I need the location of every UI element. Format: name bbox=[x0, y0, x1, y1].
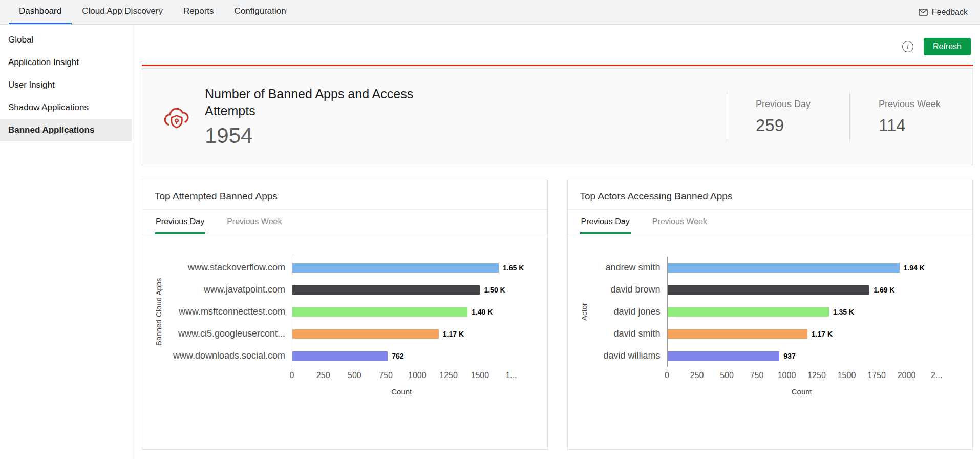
sidebar-item-application-insight[interactable]: Application Insight bbox=[0, 51, 132, 74]
tab-reports[interactable]: Reports bbox=[173, 0, 224, 24]
bar-value-label: 1.17 K bbox=[443, 330, 464, 338]
summary-total-value: 1954 bbox=[205, 123, 440, 148]
sidebar-item-user-insight[interactable]: User Insight bbox=[0, 74, 132, 96]
bar-value-label: 1.35 K bbox=[833, 308, 854, 316]
x-tick-label: 1500 bbox=[471, 371, 489, 380]
bar-row: 1.40 K bbox=[292, 301, 512, 323]
bar-chart-actors: Actor andrew smithdavid browndavid jones… bbox=[577, 257, 961, 396]
bar-row: 1.94 K bbox=[668, 257, 937, 279]
feedback-button[interactable]: Feedback bbox=[919, 0, 968, 24]
category-labels: andrew smithdavid browndavid jonesdavid … bbox=[590, 257, 667, 396]
bar-value-label: 1.65 K bbox=[503, 264, 524, 272]
card-title: Top Attempted Banned Apps bbox=[142, 180, 547, 210]
bar[interactable] bbox=[668, 285, 870, 295]
stat-value: 259 bbox=[756, 116, 825, 135]
x-tick-label: 0 bbox=[290, 371, 294, 380]
x-tick-label: 1250 bbox=[439, 371, 458, 380]
tab-previous-week[interactable]: Previous Week bbox=[651, 210, 708, 234]
x-tick-label: 250 bbox=[316, 371, 330, 380]
bar-value-label: 937 bbox=[783, 352, 795, 360]
category-label: david brown bbox=[590, 279, 667, 301]
category-label: andrew smith bbox=[590, 257, 667, 279]
x-tick-label: 2000 bbox=[898, 371, 916, 380]
top-navigation-bar: Dashboard Cloud App Discovery Reports Co… bbox=[0, 0, 980, 25]
tab-previous-day[interactable]: Previous Day bbox=[580, 210, 631, 234]
card-top-actors-accessing-banned-apps: Top Actors Accessing Banned Apps Previou… bbox=[567, 180, 973, 450]
bar[interactable] bbox=[668, 263, 900, 273]
x-axis-title: Count bbox=[667, 387, 937, 396]
bar-chart-banned-apps: Banned Cloud Apps www.stackoverflow.comw… bbox=[152, 257, 535, 396]
sidebar-item-global[interactable]: Global bbox=[0, 29, 132, 51]
summary-title: Number of Banned Apps and Access Attempt… bbox=[205, 86, 440, 119]
category-label: www.javatpoint.com bbox=[165, 279, 292, 301]
bar-value-label: 1.40 K bbox=[472, 308, 493, 316]
summary-card: Number of Banned Apps and Access Attempt… bbox=[142, 68, 973, 165]
bar[interactable] bbox=[292, 263, 499, 273]
bar-value-label: 1.17 K bbox=[812, 330, 833, 338]
refresh-button[interactable]: Refresh bbox=[924, 38, 971, 55]
tab-configuration[interactable]: Configuration bbox=[224, 0, 296, 24]
bar-value-label: 1.94 K bbox=[904, 264, 925, 272]
x-tick-label: 250 bbox=[690, 371, 704, 380]
bar-row: 1.69 K bbox=[668, 279, 937, 301]
bar-row: 1.65 K bbox=[292, 257, 512, 279]
x-tick-label: 750 bbox=[750, 371, 764, 380]
category-label: www.ci5.googleusercont... bbox=[165, 323, 292, 345]
category-labels: www.stackoverflow.comwww.javatpoint.comw… bbox=[165, 257, 292, 396]
bar-row: 1.17 K bbox=[668, 323, 937, 345]
category-label: david smith bbox=[590, 323, 667, 345]
y-axis-title: Banned Cloud Apps bbox=[152, 257, 165, 367]
stat-previous-week: Previous Week 114 bbox=[849, 92, 972, 142]
card-top-attempted-banned-apps: Top Attempted Banned Apps Previous Day P… bbox=[142, 180, 548, 450]
category-label: david williams bbox=[590, 345, 667, 367]
x-tick-label: 0 bbox=[665, 371, 669, 380]
top-nav-tabs: Dashboard Cloud App Discovery Reports Co… bbox=[9, 0, 296, 24]
x-tick-label: 750 bbox=[379, 371, 393, 380]
category-label: david jones bbox=[590, 301, 667, 323]
card-title: Top Actors Accessing Banned Apps bbox=[568, 180, 973, 210]
sidebar-item-shadow-applications[interactable]: Shadow Applications bbox=[0, 96, 132, 119]
x-tick-label: 500 bbox=[348, 371, 361, 380]
x-tick-label: 2... bbox=[931, 371, 942, 380]
category-label: www.stackoverflow.com bbox=[165, 257, 292, 279]
tab-previous-week[interactable]: Previous Week bbox=[226, 210, 283, 234]
category-label: www.msftconnecttest.com bbox=[165, 301, 292, 323]
plot-area: 1.65 K1.50 K1.40 K1.17 K762 025050075010… bbox=[292, 257, 535, 396]
x-tick-label: 1750 bbox=[867, 371, 886, 380]
tab-cloud-app-discovery[interactable]: Cloud App Discovery bbox=[72, 0, 173, 24]
bar-row: 1.35 K bbox=[668, 301, 937, 323]
bar-row: 937 bbox=[668, 345, 937, 367]
card-tabs: Previous Day Previous Week bbox=[568, 210, 973, 234]
bar[interactable] bbox=[668, 307, 829, 317]
stat-value: 114 bbox=[879, 116, 948, 135]
bar-value-label: 762 bbox=[392, 352, 403, 360]
tab-dashboard[interactable]: Dashboard bbox=[9, 0, 72, 24]
stat-label: Previous Day bbox=[756, 99, 825, 110]
tab-previous-day[interactable]: Previous Day bbox=[155, 210, 205, 234]
bar[interactable] bbox=[292, 307, 467, 317]
stat-previous-day: Previous Day 259 bbox=[727, 92, 849, 142]
x-tick-label: 1... bbox=[505, 371, 517, 380]
x-tick-label: 1000 bbox=[408, 371, 427, 380]
bar[interactable] bbox=[292, 285, 480, 295]
x-tick-label: 1000 bbox=[778, 371, 796, 380]
x-tick-label: 1500 bbox=[838, 371, 856, 380]
sidebar: Global Application Insight User Insight … bbox=[0, 25, 132, 459]
sidebar-item-banned-applications[interactable]: Banned Applications bbox=[0, 119, 132, 141]
y-axis-title: Actor bbox=[577, 257, 590, 367]
bar[interactable] bbox=[668, 351, 780, 361]
main-toolbar: i Refresh bbox=[132, 25, 980, 65]
info-icon[interactable]: i bbox=[902, 41, 913, 52]
x-axis-title: Count bbox=[292, 387, 512, 396]
summary-text: Number of Banned Apps and Access Attempt… bbox=[205, 86, 440, 148]
stat-label: Previous Week bbox=[879, 99, 948, 110]
banned-cloud-shield-icon bbox=[161, 103, 191, 133]
bar[interactable] bbox=[292, 329, 439, 339]
x-tick-label: 1250 bbox=[807, 371, 826, 380]
bar[interactable] bbox=[292, 351, 388, 361]
bar[interactable] bbox=[668, 329, 807, 339]
charts-row: Top Attempted Banned Apps Previous Day P… bbox=[142, 180, 973, 450]
envelope-icon bbox=[919, 9, 928, 16]
category-label: www.downloads.social.com bbox=[165, 345, 292, 367]
bar-row: 1.17 K bbox=[292, 323, 512, 345]
